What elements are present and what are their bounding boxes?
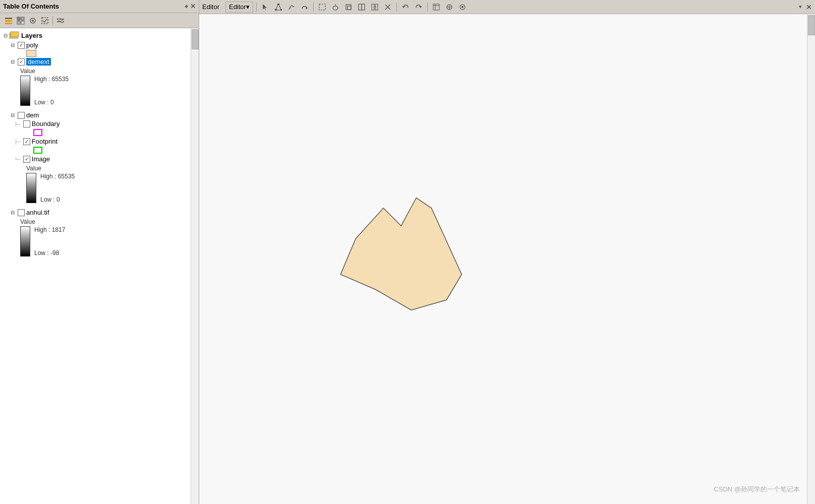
map-svg — [199, 14, 815, 504]
demext-checkbox[interactable] — [18, 58, 25, 66]
boundary-connector: ├─ — [14, 121, 21, 127]
snapping-btn[interactable] — [444, 2, 455, 13]
map-area: CSDN @孙同学的一个笔记本 — [199, 14, 815, 504]
poly-checkbox[interactable] — [18, 42, 25, 49]
demext-value-label: Value — [20, 68, 35, 75]
svg-rect-2 — [5, 23, 12, 24]
demext-legend: Value — [0, 67, 191, 75]
toc-selection-btn[interactable] — [39, 15, 50, 26]
image-low: Low : 0 — [40, 196, 75, 203]
attributes-btn[interactable] — [431, 2, 442, 13]
anhui-low: Low : -98 — [34, 249, 65, 257]
image-value-label: Value — [26, 165, 41, 172]
toc-list-btn[interactable] — [3, 15, 14, 26]
redo-btn[interactable] — [413, 2, 424, 13]
demext-values: High : 65535 Low : 0 — [32, 76, 69, 106]
map-scrollbar-thumb[interactable] — [808, 15, 815, 35]
svg-rect-25 — [347, 6, 351, 10]
demext-low: Low : 0 — [34, 99, 69, 106]
svg-rect-15 — [11, 32, 19, 37]
anhui-legend: Value — [0, 218, 191, 225]
image-gradient-row: High : 65535 Low : 0 — [0, 173, 191, 203]
svg-point-8 — [32, 20, 34, 22]
toc-visibility-btn[interactable] — [27, 15, 38, 26]
demext-expand-icon[interactable]: ⊟ — [9, 58, 16, 66]
footprint-checkbox[interactable] — [23, 138, 30, 145]
footprint-swatch-row — [0, 147, 191, 154]
editor-sep-1 — [256, 3, 257, 12]
svg-rect-21 — [319, 4, 325, 10]
toc-scrollbar[interactable] — [191, 28, 199, 504]
layers-group-row[interactable]: ⊟ Layers — [0, 30, 191, 41]
spacer-1 — [0, 107, 191, 111]
right-panel: Editor Editor▾ — [199, 0, 815, 504]
boundary-swatch — [33, 129, 42, 136]
layers-group-icon — [9, 31, 19, 40]
demext-gradient-row: High : 65535 Low : 0 — [0, 76, 191, 106]
sketch-tool-btn[interactable] — [286, 2, 297, 13]
editor-options-btn[interactable] — [457, 2, 468, 13]
svg-point-12 — [58, 18, 60, 20]
edit-vertices-btn[interactable] — [273, 2, 284, 13]
image-row[interactable]: └─ Image — [0, 155, 191, 163]
map-scrollbar-right[interactable] — [807, 14, 815, 504]
toolbar-separator — [52, 16, 53, 25]
anhui-row[interactable]: ⊟ anhui.tif — [0, 208, 191, 217]
anhui-expand-icon[interactable]: ⊟ — [9, 209, 16, 216]
svg-point-40 — [461, 6, 463, 8]
toc-source-btn[interactable] — [15, 15, 26, 26]
editor-sep-3 — [396, 3, 397, 12]
minimize-icon[interactable]: ▾ — [799, 4, 802, 10]
dem-label: dem — [26, 111, 39, 119]
svg-rect-5 — [17, 21, 20, 24]
lasso-btn[interactable] — [330, 2, 341, 13]
anhui-gradient-row: High : 1817 Low : -98 — [0, 226, 191, 257]
scrollbar-thumb[interactable] — [192, 29, 199, 49]
boundary-checkbox[interactable] — [23, 120, 30, 128]
dem-row[interactable]: ⊟ dem — [0, 111, 191, 119]
pointer-tool-btn[interactable] — [260, 2, 271, 13]
reshape-btn[interactable] — [299, 2, 310, 13]
image-high: High : 65535 — [40, 173, 75, 180]
anhui-values: High : 1817 Low : -98 — [32, 226, 65, 257]
editor-toolbar-right: ▾ ✕ — [799, 3, 812, 11]
toc-panel: Table Of Contents ⌖ ✕ — [0, 0, 199, 504]
boundary-row[interactable]: ├─ Boundary — [0, 119, 191, 128]
split-btn[interactable] — [356, 2, 367, 13]
poly-expand-icon[interactable]: ⊟ — [9, 42, 16, 49]
select-rect-btn[interactable] — [317, 2, 328, 13]
footprint-row[interactable]: ├─ Footprint — [0, 137, 191, 146]
anhui-gradient — [20, 226, 30, 257]
clip-btn[interactable] — [343, 2, 354, 13]
toc-title: Table Of Contents — [3, 3, 59, 10]
anhui-checkbox[interactable] — [18, 209, 25, 216]
close-editor-btn[interactable]: ✕ — [806, 3, 812, 11]
anhui-high: High : 1817 — [34, 226, 65, 233]
cut-btn[interactable] — [382, 2, 393, 13]
undo-btn[interactable] — [400, 2, 411, 13]
dem-checkbox[interactable] — [18, 112, 25, 119]
spacer-2 — [0, 204, 191, 208]
demext-row[interactable]: ⊟ demext — [0, 57, 191, 66]
demext-high: High : 65535 — [34, 76, 69, 83]
editor-dropdown-btn[interactable]: Editor▾ — [225, 2, 253, 13]
pin-icon[interactable]: ⌖ — [185, 3, 188, 10]
layers-expand-icon[interactable]: ⊟ — [2, 32, 9, 39]
boundary-label: Boundary — [32, 120, 60, 128]
anhui-label: anhui.tif — [26, 209, 49, 216]
image-checkbox[interactable] — [23, 156, 30, 163]
merge-btn[interactable]: + — [369, 2, 380, 13]
dem-expand-icon[interactable]: ⊟ — [9, 112, 16, 119]
toc-options-btn[interactable] — [55, 15, 66, 26]
image-connector: └─ — [14, 157, 21, 162]
footprint-connector: ├─ — [14, 139, 21, 144]
poly-row[interactable]: ⊟ poly — [0, 41, 191, 49]
image-gradient — [26, 173, 36, 203]
anhui-value-label: Value — [20, 218, 35, 225]
editor-toolbar-left: Editor Editor▾ — [202, 2, 468, 13]
svg-rect-1 — [5, 20, 12, 22]
svg-rect-3 — [17, 17, 20, 20]
demext-gradient — [20, 76, 30, 106]
main-layout: Table Of Contents ⌖ ✕ — [0, 0, 815, 504]
close-toc-icon[interactable]: ✕ — [190, 3, 196, 10]
